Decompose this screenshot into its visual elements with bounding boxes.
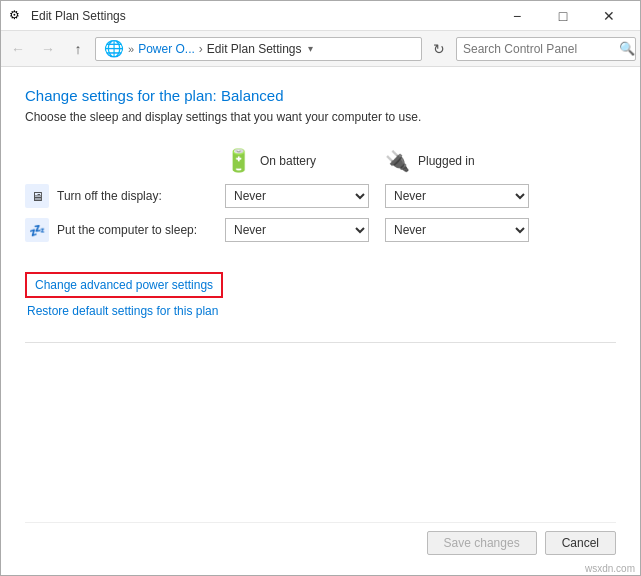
back-button[interactable]: ←	[5, 36, 31, 62]
title-bar: ⚙ Edit Plan Settings − □ ✕	[1, 1, 640, 31]
close-button[interactable]: ✕	[586, 1, 632, 31]
display-label-text: Turn off the display:	[57, 189, 162, 203]
column-headers: 🔋 On battery 🔌 Plugged in	[25, 148, 616, 174]
battery-icon: 🔋	[225, 148, 252, 174]
address-field[interactable]: 🌐 » Power O... › Edit Plan Settings ▾	[95, 37, 422, 61]
col2-label: Plugged in	[418, 154, 475, 168]
sleep-icon: 💤	[25, 218, 49, 242]
links-section: Change advanced power settings Restore d…	[25, 272, 616, 318]
sleep-row: 💤 Put the computer to sleep: Never 1 min…	[25, 218, 616, 242]
breadcrumb-sep1: »	[128, 43, 134, 55]
sleep-plugged-select[interactable]: Never 1 minute 2 minutes 5 minutes 10 mi…	[385, 218, 529, 242]
cancel-button[interactable]: Cancel	[545, 531, 616, 555]
window-title: Edit Plan Settings	[31, 9, 494, 23]
up-button[interactable]: ↑	[65, 36, 91, 62]
breadcrumb-sep2: ›	[199, 42, 203, 56]
sleep-battery-select[interactable]: Never 1 minute 2 minutes 5 minutes 10 mi…	[225, 218, 369, 242]
display-dropdowns: Never 1 minute 2 minutes 5 minutes 10 mi…	[225, 184, 529, 208]
sleep-label-text: Put the computer to sleep:	[57, 223, 197, 237]
display-battery-dropdown-wrapper: Never 1 minute 2 minutes 5 minutes 10 mi…	[225, 184, 369, 208]
forward-button[interactable]: →	[35, 36, 61, 62]
bottom-divider	[25, 342, 616, 343]
pluggedin-icon: 🔌	[385, 149, 410, 173]
address-bar: ← → ↑ 🌐 » Power O... › Edit Plan Setting…	[1, 31, 640, 67]
sleep-label: 💤 Put the computer to sleep:	[25, 218, 225, 242]
maximize-button[interactable]: □	[540, 1, 586, 31]
display-plugged-select[interactable]: Never 1 minute 2 minutes 5 minutes 10 mi…	[385, 184, 529, 208]
window-icon: ⚙	[9, 8, 25, 24]
save-button[interactable]: Save changes	[427, 531, 537, 555]
sleep-plugged-dropdown-wrapper: Never 1 minute 2 minutes 5 minutes 10 mi…	[385, 218, 529, 242]
content-area: Change settings for the plan: Balanced C…	[1, 67, 640, 575]
sleep-dropdowns: Never 1 minute 2 minutes 5 minutes 10 mi…	[225, 218, 529, 242]
advanced-settings-link[interactable]: Change advanced power settings	[25, 272, 223, 298]
search-icon[interactable]: 🔍	[619, 38, 635, 60]
plan-title: Change settings for the plan: Balanced	[25, 87, 616, 104]
watermark: wsxdn.com	[585, 563, 635, 574]
window: ⚙ Edit Plan Settings − □ ✕ ← → ↑ 🌐 » Pow…	[0, 0, 641, 576]
sleep-battery-dropdown-wrapper: Never 1 minute 2 minutes 5 minutes 10 mi…	[225, 218, 369, 242]
minimize-button[interactable]: −	[494, 1, 540, 31]
search-box[interactable]: 🔍	[456, 37, 636, 61]
breadcrumb-part1: Power O...	[138, 42, 195, 56]
search-input[interactable]	[457, 42, 619, 56]
display-battery-select[interactable]: Never 1 minute 2 minutes 5 minutes 10 mi…	[225, 184, 369, 208]
bottom-bar: Save changes Cancel	[25, 522, 616, 559]
breadcrumb-icon: 🌐	[104, 39, 124, 58]
display-label: 🖥 Turn off the display:	[25, 184, 225, 208]
plan-subtitle: Choose the sleep and display settings th…	[25, 110, 616, 124]
display-icon: 🖥	[25, 184, 49, 208]
col-header-battery: 🔋 On battery	[225, 148, 385, 174]
col1-label: On battery	[260, 154, 316, 168]
title-bar-buttons: − □ ✕	[494, 1, 632, 31]
refresh-button[interactable]: ↻	[426, 36, 452, 62]
restore-defaults-link[interactable]: Restore default settings for this plan	[27, 304, 616, 318]
dropdown-icon[interactable]: ▾	[308, 43, 313, 54]
display-row: 🖥 Turn off the display: Never 1 minute 2…	[25, 184, 616, 208]
settings-table: 🔋 On battery 🔌 Plugged in 🖥 Turn off the…	[25, 148, 616, 252]
breadcrumb-part2: Edit Plan Settings	[207, 42, 302, 56]
display-plugged-dropdown-wrapper: Never 1 minute 2 minutes 5 minutes 10 mi…	[385, 184, 529, 208]
col-header-plugged: 🔌 Plugged in	[385, 149, 545, 173]
